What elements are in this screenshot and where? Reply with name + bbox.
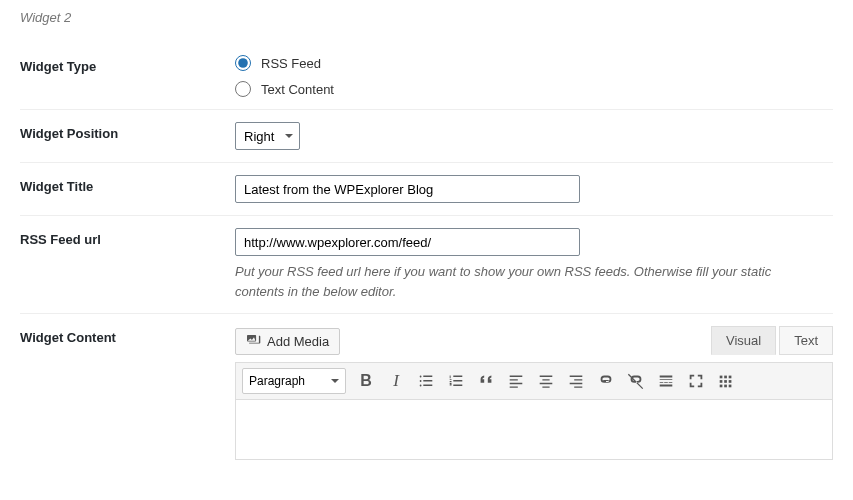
- row-rss-feed-url: RSS Feed url Put your RSS feed url here …: [20, 216, 833, 314]
- radio-item-rss-feed[interactable]: RSS Feed: [235, 55, 833, 71]
- select-widget-position[interactable]: Right: [235, 122, 300, 150]
- input-rss-feed-url[interactable]: [235, 228, 580, 256]
- row-widget-type: Widget Type RSS Feed Text Content: [20, 43, 833, 110]
- numbered-list-button[interactable]: [442, 367, 470, 395]
- radio-text-content[interactable]: [235, 81, 251, 97]
- svg-rect-1: [724, 376, 727, 379]
- toolbar-toggle-button[interactable]: [712, 367, 740, 395]
- desc-rss-feed-url: Put your RSS feed url here if you want t…: [235, 262, 815, 301]
- svg-rect-5: [729, 380, 732, 383]
- editor-header: Add Media Visual Text: [235, 326, 833, 355]
- unlink-button[interactable]: [622, 367, 650, 395]
- radio-label-text-content: Text Content: [261, 82, 334, 97]
- add-media-label: Add Media: [267, 334, 329, 349]
- fullscreen-button[interactable]: [682, 367, 710, 395]
- svg-rect-4: [724, 380, 727, 383]
- bullet-list-button[interactable]: [412, 367, 440, 395]
- label-widget-position: Widget Position: [20, 122, 235, 141]
- align-center-button[interactable]: [532, 367, 560, 395]
- svg-rect-2: [729, 376, 732, 379]
- svg-rect-8: [729, 385, 732, 388]
- italic-button[interactable]: I: [382, 367, 410, 395]
- link-button[interactable]: [592, 367, 620, 395]
- add-media-button[interactable]: Add Media: [235, 328, 340, 355]
- svg-rect-3: [720, 380, 723, 383]
- tab-text[interactable]: Text: [779, 326, 833, 355]
- svg-rect-0: [720, 376, 723, 379]
- tab-visual[interactable]: Visual: [711, 326, 776, 355]
- label-rss-feed-url: RSS Feed url: [20, 228, 235, 247]
- align-right-button[interactable]: [562, 367, 590, 395]
- svg-rect-6: [720, 385, 723, 388]
- align-left-button[interactable]: [502, 367, 530, 395]
- radio-label-rss-feed: RSS Feed: [261, 56, 321, 71]
- editor-tabs: Visual Text: [711, 326, 833, 355]
- input-widget-title[interactable]: [235, 175, 580, 203]
- bold-button[interactable]: B: [352, 367, 380, 395]
- label-widget-content: Widget Content: [20, 326, 235, 345]
- row-widget-title: Widget Title: [20, 163, 833, 216]
- editor-content-area[interactable]: [235, 400, 833, 460]
- radio-item-text-content[interactable]: Text Content: [235, 81, 833, 97]
- format-select[interactable]: Paragraph: [242, 368, 346, 394]
- row-widget-content: Widget Content Add Media Visual Text Par…: [20, 314, 833, 472]
- read-more-button[interactable]: [652, 367, 680, 395]
- editor-wrapper: Paragraph B I: [235, 362, 833, 460]
- blockquote-button[interactable]: [472, 367, 500, 395]
- row-widget-position: Widget Position Right: [20, 110, 833, 163]
- label-widget-type: Widget Type: [20, 55, 235, 74]
- radio-group-widget-type: RSS Feed Text Content: [235, 55, 833, 97]
- editor-toolbar: Paragraph B I: [235, 362, 833, 400]
- svg-rect-7: [724, 385, 727, 388]
- label-widget-title: Widget Title: [20, 175, 235, 194]
- media-icon: [246, 333, 262, 350]
- radio-rss-feed[interactable]: [235, 55, 251, 71]
- section-title: Widget 2: [20, 10, 833, 25]
